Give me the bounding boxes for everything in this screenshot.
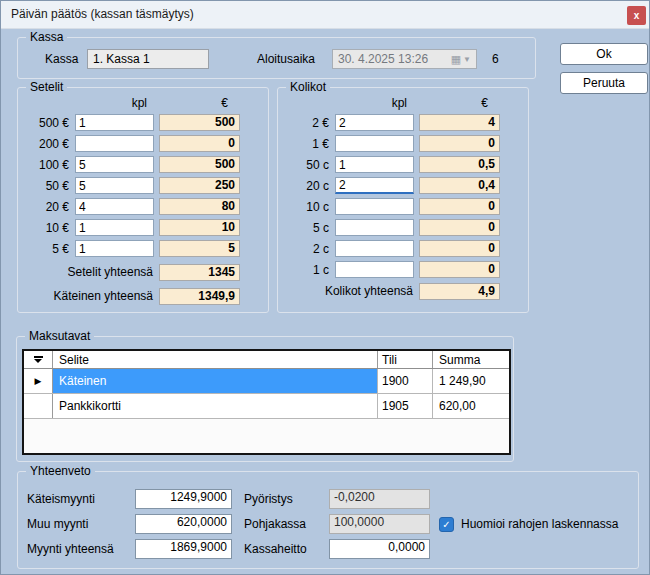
count-input-1c[interactable]: [335, 261, 414, 278]
summary-row: Käteismyynti 1249,9000 Pyöristys -0,0200: [27, 489, 632, 509]
count-input-1e[interactable]: [335, 135, 414, 152]
amount-field: 0: [159, 135, 240, 152]
count-input-2c[interactable]: [335, 240, 414, 257]
cell-selite[interactable]: Pankkikortti: [53, 394, 378, 418]
denomination-row: 20 c 0,4: [282, 177, 524, 194]
cell-summa[interactable]: 1 249,90: [433, 369, 509, 393]
chevron-down-icon: ▼: [463, 55, 471, 64]
myynti-yhteensa-field[interactable]: 1869,9000: [135, 539, 232, 559]
amount-field: 0,4: [419, 177, 500, 194]
pohjakassa-label: Pohjakassa: [244, 517, 329, 531]
cell-tili[interactable]: 1905: [378, 394, 433, 418]
column-header-selite[interactable]: Selite: [53, 351, 378, 368]
denomination-row: 100 € 500: [22, 156, 264, 173]
filter-icon: [34, 356, 43, 358]
setelit-header: kpl €: [22, 96, 264, 112]
count-input-500e[interactable]: [75, 114, 154, 131]
grid-header-row: Selite Tili Summa: [24, 351, 509, 369]
kassa-group: Kassa Kassa 1. Kassa 1 Aloitusaika 30. 4…: [17, 37, 536, 79]
denomination-row: 500 € 500: [22, 114, 264, 131]
denomination-row: 5 c 0: [282, 219, 524, 236]
count-input-200e[interactable]: [75, 135, 154, 152]
kassa-row: Kassa 1. Kassa 1 Aloitusaika 30. 4.2025 …: [18, 49, 535, 69]
denomination-label: 20 c: [282, 179, 335, 193]
count-input-20e[interactable]: [75, 198, 154, 215]
amount-field: 500: [159, 114, 240, 131]
muu-myynti-label: Muu myynti: [27, 517, 135, 531]
amount-field: 250: [159, 177, 240, 194]
denomination-row: 1 € 0: [282, 135, 524, 152]
grid-header-selector[interactable]: [24, 351, 53, 368]
count-input-20c[interactable]: [335, 177, 414, 194]
row-selector-cell: [24, 394, 53, 418]
kolikot-body: kpl € 2 € 4 1 € 0 50 c 0,5 20 c 0,4: [282, 96, 524, 300]
table-row[interactable]: ▶ Käteinen 1900 1 249,90: [24, 369, 509, 394]
pyoristys-field: -0,0200: [329, 489, 430, 509]
kolikot-total-field: 4,9: [419, 283, 500, 300]
close-icon[interactable]: x: [627, 6, 646, 25]
count-input-10c[interactable]: [335, 198, 414, 215]
count-input-50e[interactable]: [75, 177, 154, 194]
amount-field: 500: [159, 156, 240, 173]
kassa-label: Kassa: [45, 52, 87, 66]
pyoristys-label: Pyöristys: [244, 492, 329, 506]
denomination-label: 5 c: [282, 221, 335, 235]
maksutavat-group-label: Maksutavat: [25, 329, 94, 344]
amount-field: 0,5: [419, 156, 500, 173]
yhteenveto-group-label: Yhteenveto: [26, 464, 95, 479]
setelit-body: kpl € 500 € 500 200 € 0 100 € 500 50 €: [22, 96, 264, 305]
amount-field: 0: [419, 219, 500, 236]
table-row[interactable]: Pankkikortti 1905 620,00: [24, 394, 509, 419]
denomination-row: 2 € 4: [282, 114, 524, 131]
cell-selite[interactable]: Käteinen: [53, 369, 378, 393]
amount-field: 80: [159, 198, 240, 215]
column-header-summa[interactable]: Summa: [433, 351, 509, 368]
count-input-50c[interactable]: [335, 156, 414, 173]
amount-field: 4: [419, 114, 500, 131]
cancel-button[interactable]: Peruuta: [560, 72, 648, 94]
row-selector-cell: ▶: [24, 369, 53, 393]
ok-button[interactable]: Ok: [560, 43, 648, 65]
summary-row: Muu myynti 620,0000 Pohjakassa 100,0000 …: [27, 514, 632, 534]
dialog-window: Päivän päätös (kassan täsmäytys) x Kassa…: [0, 0, 650, 575]
payment-methods-grid: Selite Tili Summa ▶ Käteinen 1900 1 249,…: [22, 349, 511, 455]
denomination-label: 100 €: [22, 158, 75, 172]
amount-field: 0: [419, 240, 500, 257]
denomination-row: 10 € 10: [22, 219, 264, 236]
summary-row: Myynti yhteensä 1869,9000 Kassaheitto 0,…: [27, 539, 632, 559]
column-header-tili[interactable]: Tili: [378, 351, 433, 368]
kpl-column-header: kpl: [282, 96, 414, 112]
denomination-label: 10 €: [22, 221, 75, 235]
cell-tili[interactable]: 1900: [378, 369, 433, 393]
denomination-label: 10 c: [282, 200, 335, 214]
cash-total-label: Käteinen yhteensä: [22, 289, 159, 303]
cell-summa[interactable]: 620,00: [433, 394, 509, 418]
huomioi-checkbox[interactable]: ✓: [439, 517, 454, 532]
kolikot-total-row: Kolikot yhteensä 4,9: [282, 282, 524, 300]
muu-myynti-field[interactable]: 620,0000: [135, 514, 232, 534]
count-input-100e[interactable]: [75, 156, 154, 173]
denomination-label: 1 c: [282, 263, 335, 277]
cash-total-row: Käteinen yhteensä 1349,9: [22, 287, 264, 305]
denomination-label: 2 c: [282, 242, 335, 256]
filter-icon: [34, 359, 42, 363]
calendar-icon: ▦: [451, 53, 461, 66]
amount-field: 10: [159, 219, 240, 236]
yhteenveto-group: Yhteenveto Käteismyynti 1249,9000 Pyöris…: [17, 471, 639, 569]
denomination-label: 200 €: [22, 137, 75, 151]
denomination-label: 20 €: [22, 200, 75, 214]
denomination-row: 20 € 80: [22, 198, 264, 215]
denomination-row: 50 € 250: [22, 177, 264, 194]
count-input-5c[interactable]: [335, 219, 414, 236]
myynti-yhteensa-label: Myynti yhteensä: [27, 542, 135, 556]
count-input-2e[interactable]: [335, 114, 414, 131]
kateismyynti-field[interactable]: 1249,9000: [135, 489, 232, 509]
count-input-5e[interactable]: [75, 240, 154, 257]
denomination-label: 1 €: [282, 137, 335, 151]
row-marker-icon: ▶: [35, 376, 42, 386]
kassaheitto-field[interactable]: 0,0000: [329, 539, 430, 559]
denomination-label: 50 c: [282, 158, 335, 172]
count-input-10e[interactable]: [75, 219, 154, 236]
aloitusaika-field: 30. 4.2025 13:26 ▦ ▼: [332, 49, 477, 69]
maksutavat-group: Maksutavat Selite Tili Summa ▶ Käteinen …: [16, 336, 514, 462]
